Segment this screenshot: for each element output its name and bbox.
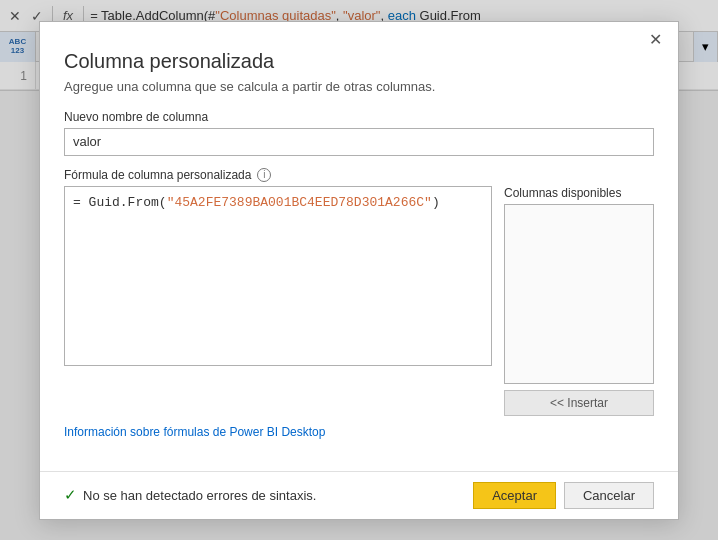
modal-overlay: ✕ Columna personalizada Agregue una colu… (0, 0, 718, 540)
columns-disponibles-label: Columnas disponibles (504, 186, 654, 200)
formula-section-label: Fórmula de columna personalizada i (64, 168, 654, 182)
status-text: No se han detectado errores de sintaxis. (83, 488, 316, 503)
insertar-button[interactable]: << Insertar (504, 390, 654, 416)
modal-dialog: ✕ Columna personalizada Agregue una colu… (39, 21, 679, 520)
modal-body: Columna personalizada Agregue una column… (40, 50, 678, 467)
columns-disponibles-list (504, 204, 654, 384)
status-area: ✓ No se han detectado errores de sintaxi… (64, 486, 316, 504)
accept-button[interactable]: Aceptar (473, 482, 556, 509)
modal-close-button[interactable]: ✕ (645, 30, 666, 50)
new-col-input[interactable] (64, 128, 654, 156)
formula-label-text: Fórmula de columna personalizada (64, 168, 251, 182)
new-col-label: Nuevo nombre de columna (64, 110, 654, 124)
columns-disponibles: Columnas disponibles << Insertar (504, 186, 654, 416)
modal-title: Columna personalizada (64, 50, 654, 73)
formula-textarea[interactable]: = Guid.From("45A2FE7389BA001BC4EED78D301… (64, 186, 492, 366)
formula-textarea-wrap: = Guid.From("45A2FE7389BA001BC4EED78D301… (64, 186, 492, 416)
cancel-button[interactable]: Cancelar (564, 482, 654, 509)
status-check-icon: ✓ (64, 486, 77, 504)
formula-help-link[interactable]: Información sobre fórmulas de Power BI D… (64, 425, 325, 439)
footer-buttons: Aceptar Cancelar (473, 482, 654, 509)
modal-footer: ✓ No se han detectado errores de sintaxi… (40, 471, 678, 519)
modal-subtitle: Agregue una columna que se calcula a par… (64, 79, 654, 94)
formula-columns-row: = Guid.From("45A2FE7389BA001BC4EED78D301… (64, 186, 654, 416)
info-icon[interactable]: i (257, 168, 271, 182)
modal-close-row: ✕ (40, 22, 678, 50)
